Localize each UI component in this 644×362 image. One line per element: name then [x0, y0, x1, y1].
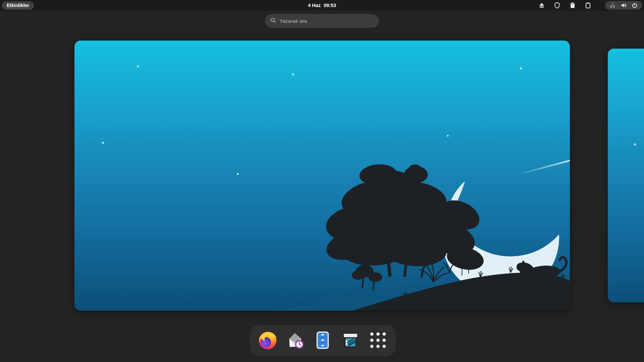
- clock-button[interactable]: 4 Haz 09:53: [305, 0, 339, 11]
- search-bar[interactable]: [265, 14, 379, 28]
- network-unknown-icon: ?: [609, 2, 616, 9]
- search-input[interactable]: [279, 18, 374, 24]
- archive-box-icon: [340, 330, 361, 352]
- workspace-preview-1[interactable]: [74, 41, 570, 311]
- dock: [250, 325, 396, 356]
- shield-icon[interactable]: [553, 2, 561, 9]
- dock-item-firefox[interactable]: [256, 329, 279, 353]
- activities-button[interactable]: Etkinlikler: [2, 1, 34, 10]
- firefox-icon: [257, 330, 278, 352]
- files-icon: [312, 330, 333, 352]
- eject-icon[interactable]: [538, 2, 545, 9]
- evolution-mail-icon: [285, 330, 306, 352]
- power-icon: [631, 2, 638, 9]
- status-tray: ?: [538, 1, 642, 10]
- star: [634, 143, 636, 145]
- clock-date: 4 Haz: [308, 3, 321, 8]
- top-bar: Etkinlikler 4 Haz 09:53: [0, 0, 644, 11]
- dock-item-evolution-mail[interactable]: [283, 329, 307, 353]
- search-icon: [270, 17, 276, 24]
- clipboard-icon[interactable]: [569, 2, 576, 9]
- clock-time: 09:53: [324, 3, 336, 8]
- show-apps-icon: [368, 330, 388, 352]
- show-apps-button[interactable]: [366, 329, 390, 353]
- workspace-preview-2[interactable]: [608, 49, 644, 302]
- svg-text:?: ?: [611, 2, 613, 5]
- wallpaper-scene: [74, 41, 570, 311]
- volume-icon: [620, 2, 627, 9]
- dock-item-files[interactable]: [311, 329, 334, 353]
- dock-item-archive-box[interactable]: [339, 329, 362, 353]
- notes-icon[interactable]: [584, 2, 592, 9]
- quick-settings-button[interactable]: ?: [605, 1, 642, 10]
